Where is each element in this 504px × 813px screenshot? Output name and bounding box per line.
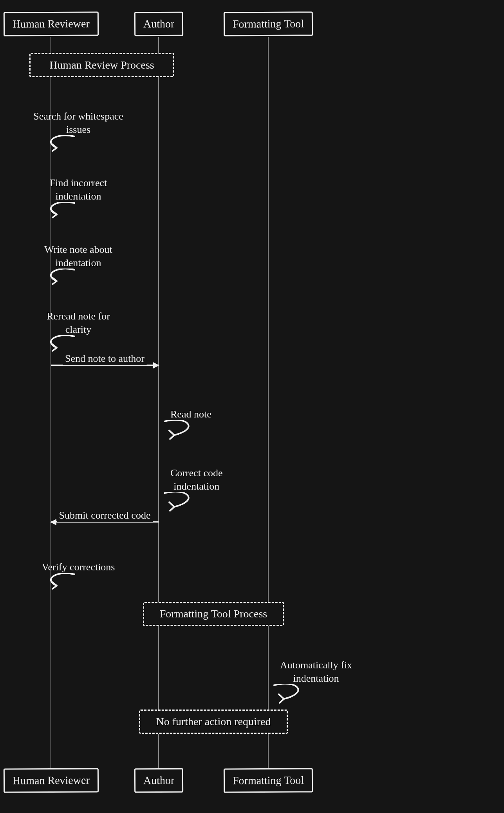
message-label: Automatically fixindentation: [280, 659, 352, 685]
arrow-head-icon: [50, 519, 56, 525]
arrow-head-icon: [153, 362, 159, 368]
sequence-diagram: Human ReviewerAuthorFormatting ToolHuman…: [0, 0, 504, 813]
actor-tool: Formatting Tool: [224, 11, 313, 36]
message-label: Correct codeindentation: [170, 466, 223, 493]
message-m5-label: Send note to author: [63, 352, 147, 365]
lifeline-author: [158, 37, 159, 774]
note-note1: Human Review Process: [29, 53, 174, 77]
message-m8-label: Submit corrected code: [57, 509, 153, 522]
lifeline-tool: [268, 37, 269, 774]
actor-author: Author: [134, 768, 183, 793]
actor-author: Author: [134, 12, 183, 36]
note-note3: No further action required: [139, 710, 288, 734]
actor-reviewer: Human Reviewer: [3, 11, 98, 36]
actor-tool: Formatting Tool: [224, 768, 313, 793]
actor-reviewer: Human Reviewer: [3, 768, 98, 793]
message-label: Reread note forclarity: [47, 310, 110, 336]
message-label: Find incorrectindentation: [50, 176, 107, 203]
message-label: Read note: [170, 408, 211, 421]
message-label: Verify corrections: [42, 561, 115, 574]
note-note2: Formatting Tool Process: [143, 602, 284, 626]
message-label: Write note aboutindentation: [44, 243, 112, 270]
message-label: Search for whitespaceissues: [33, 110, 123, 136]
